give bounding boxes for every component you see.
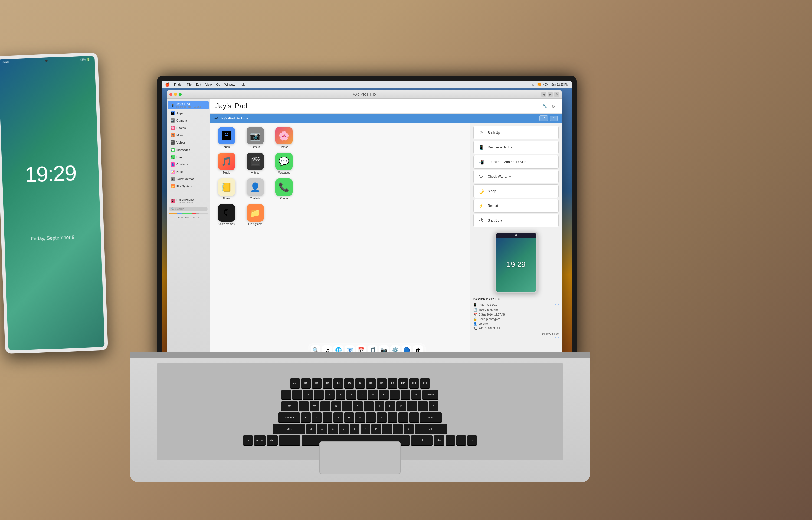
key-s[interactable]: S (312, 413, 321, 422)
key-y[interactable]: Y (353, 401, 363, 411)
key-shift-left[interactable]: shift (273, 424, 305, 434)
device-settings-icon[interactable]: 🔧 (541, 103, 548, 109)
key-f7[interactable]: F7 (366, 379, 376, 388)
sidebar-search[interactable]: 🔍 Search (169, 207, 207, 211)
key-7[interactable]: 7 (357, 390, 367, 399)
key-updown[interactable]: ↕ (456, 435, 466, 445)
key-tab[interactable]: tab (281, 401, 298, 411)
sidebar-item-file-system[interactable]: 📁 File System (168, 183, 209, 190)
key-f4[interactable]: F4 (333, 379, 343, 388)
key-delete[interactable]: delete (422, 390, 439, 399)
action-shutdown[interactable]: ⏻ Shut Down (473, 214, 559, 227)
menubar-window[interactable]: Window (224, 83, 235, 86)
backup-transfer-button[interactable]: ⇄ (539, 115, 548, 121)
key-0[interactable]: 0 (390, 390, 399, 399)
key-f9[interactable]: F9 (388, 379, 397, 388)
sidebar-item-photos[interactable]: 🌸 Photos (168, 124, 209, 131)
menubar-view[interactable]: View (205, 83, 212, 86)
key-c[interactable]: C (328, 424, 338, 434)
key-cmd-right[interactable]: ⌘ (411, 435, 432, 445)
wifi-icon[interactable]: 📶 (537, 83, 540, 86)
key-e[interactable]: E (320, 401, 330, 411)
key-f6[interactable]: F6 (355, 379, 365, 388)
trackpad[interactable] (319, 441, 400, 474)
sidebar-item-videos[interactable]: 🎬 Videos (168, 139, 209, 146)
key-i[interactable]: I (374, 401, 384, 411)
key-backslash[interactable]: \ (429, 401, 439, 411)
grid-item-phone[interactable]: 📞 Phone (272, 179, 296, 200)
key-o[interactable]: O (386, 401, 395, 411)
key-fn[interactable]: fn (243, 435, 253, 445)
info-icon[interactable]: ⓘ (555, 303, 559, 307)
key-equals[interactable]: = (412, 390, 421, 399)
key-h[interactable]: H (355, 413, 365, 422)
airplay-icon[interactable]: ⬡ (532, 83, 535, 86)
apple-menu[interactable]: 🍎 (165, 82, 170, 87)
key-f11[interactable]: F11 (409, 379, 419, 388)
key-r[interactable]: R (331, 401, 341, 411)
sidebar-item-jays-ipad[interactable]: 📱 Jay's iPad iPhone 6s Plus • iOS 10.0 (168, 101, 209, 109)
sidebar-item-apps[interactable]: 🅰 Apps (168, 110, 209, 117)
storage-info-icon[interactable]: ⓘ (555, 335, 559, 340)
key-4[interactable]: 4 (325, 390, 335, 399)
backup-help-button[interactable]: ? (550, 115, 558, 121)
key-left[interactable]: ← (446, 435, 455, 445)
key-cmd-left[interactable]: ⌘ (279, 435, 301, 445)
window-close-button[interactable] (169, 93, 172, 96)
sidebar-item-contacts[interactable]: 👤 Contacts (168, 161, 209, 168)
key-g[interactable]: G (344, 413, 354, 422)
key-period[interactable]: . (393, 424, 403, 434)
key-caps[interactable]: caps lock (278, 413, 300, 422)
key-a[interactable]: A (301, 413, 311, 422)
key-f12[interactable]: F12 (420, 379, 430, 388)
key-slash[interactable]: / (404, 424, 414, 434)
sidebar-item-music[interactable]: 🎵 Music (168, 132, 209, 139)
grid-item-voice-memos[interactable]: 🎙 Voice Memos (214, 204, 239, 226)
window-maximize-button[interactable] (179, 93, 181, 96)
key-p[interactable]: P (396, 401, 406, 411)
action-warranty[interactable]: 🛡 Check Warranty (473, 170, 559, 183)
key-return[interactable]: return (420, 413, 442, 422)
key-9[interactable]: 9 (379, 390, 389, 399)
key-l[interactable]: L (388, 413, 397, 422)
key-comma[interactable]: , (382, 424, 392, 434)
key-rbracket[interactable]: ] (418, 401, 428, 411)
key-esc[interactable]: esc (290, 379, 300, 388)
menubar-edit[interactable]: Edit (196, 83, 201, 86)
key-5[interactable]: 5 (336, 390, 345, 399)
refresh-button[interactable]: ↻ (554, 92, 559, 97)
key-b[interactable]: B (350, 424, 359, 434)
key-f1[interactable]: F1 (301, 379, 311, 388)
key-v[interactable]: V (339, 424, 348, 434)
grid-item-contacts[interactable]: 👤 Contacts (243, 179, 268, 200)
key-m[interactable]: M (371, 424, 381, 434)
sidebar-item-phils-iphone[interactable]: 📱 Phil's iPhone 7/25/2016, 09:40 (168, 197, 209, 205)
key-shift-right[interactable]: shift (415, 424, 447, 434)
key-backtick[interactable]: ` (281, 390, 291, 399)
key-z[interactable]: Z (306, 424, 316, 434)
grid-item-music[interactable]: 🎵 Music (214, 153, 239, 174)
action-backup[interactable]: ⟳ Back Up (473, 126, 559, 139)
grid-item-videos[interactable]: 🎬 Videos (243, 153, 268, 174)
sidebar-item-voice-memos[interactable]: 🎙 Voice Memos (168, 176, 209, 183)
key-n[interactable]: N (361, 424, 370, 434)
key-t[interactable]: T (342, 401, 352, 411)
grid-item-file-system[interactable]: 📁 File System (243, 204, 268, 226)
window-minimize-button[interactable] (174, 93, 177, 96)
key-x[interactable]: X (317, 424, 327, 434)
menubar-file[interactable]: File (187, 83, 192, 86)
key-control[interactable]: control (254, 435, 265, 445)
key-u[interactable]: U (364, 401, 373, 411)
key-f[interactable]: F (333, 413, 343, 422)
key-minus[interactable]: - (400, 390, 410, 399)
forward-button[interactable]: ▶ (548, 92, 553, 97)
grid-item-notes[interactable]: 📒 Notes (214, 179, 239, 200)
key-option-right[interactable]: option (433, 435, 445, 445)
sidebar-item-camera[interactable]: 📷 Camera (168, 117, 209, 124)
key-q[interactable]: Q (299, 401, 309, 411)
key-f5[interactable]: F5 (344, 379, 354, 388)
key-1[interactable]: 1 (292, 390, 302, 399)
key-d[interactable]: D (323, 413, 332, 422)
back-button[interactable]: ◀ (541, 92, 546, 97)
key-j[interactable]: J (366, 413, 376, 422)
